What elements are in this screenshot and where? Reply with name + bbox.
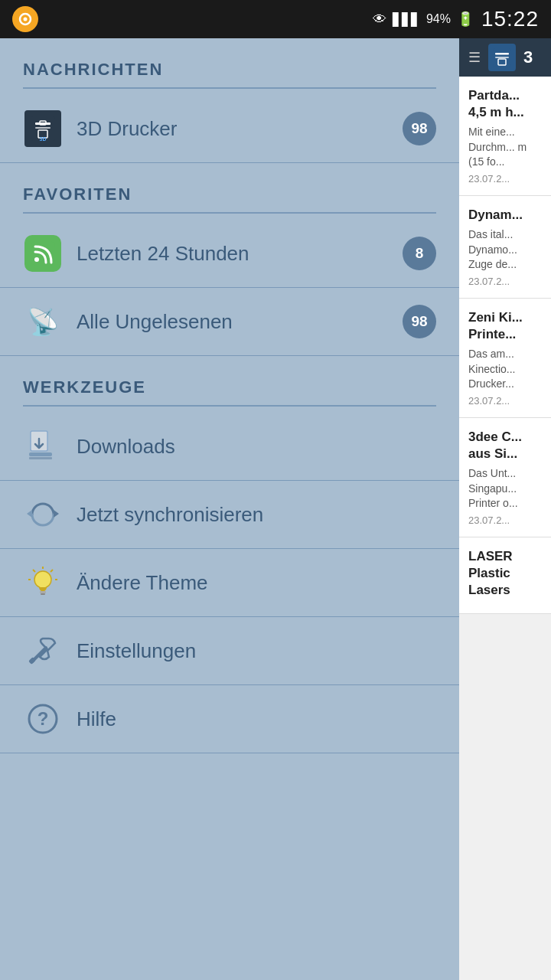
status-bar-left xyxy=(12,6,38,32)
svg-rect-11 xyxy=(29,452,52,456)
eye-icon: 👁 xyxy=(373,11,386,28)
sidebar-item-downloads[interactable]: Downloads xyxy=(0,413,459,481)
news-title-5: LASER PlasticLasers xyxy=(468,548,542,599)
news-excerpt-3: Das am... Kinectio... Drucker... xyxy=(468,347,542,392)
svg-rect-12 xyxy=(29,457,52,459)
rph-title: 3 xyxy=(523,47,533,67)
download-icon xyxy=(23,426,63,466)
right-panel-header: ☰ 3 xyxy=(459,38,551,77)
right-panel: ☰ 3 Partda...4,5 m h... Mit eine... Durc… xyxy=(459,38,551,980)
favoriten-divider xyxy=(23,212,436,214)
sidebar-item-3d-drucker[interactable]: 3D 3D Drucker 98 xyxy=(0,95,459,163)
3d-printer-icon: 3D xyxy=(23,109,63,149)
svg-rect-17 xyxy=(41,593,45,595)
battery-icon: 🔋 xyxy=(457,11,474,28)
news-date-2: 23.07.2... xyxy=(468,276,542,287)
status-time: 15:22 xyxy=(481,7,539,31)
sidebar-item-andere-theme[interactable]: Ändere Theme xyxy=(0,549,459,617)
alle-ungelesenen-label: Alle Ungelesenen xyxy=(77,310,403,334)
svg-rect-29 xyxy=(495,57,509,58)
news-list: Partda...4,5 m h... Mit eine... Durchm..… xyxy=(459,77,551,614)
einstellungen-label: Einstellungen xyxy=(77,639,436,663)
svg-text:?: ? xyxy=(37,708,49,729)
svg-point-9 xyxy=(34,257,39,262)
news-date-3: 23.07.2... xyxy=(468,395,542,407)
svg-marker-14 xyxy=(27,510,32,518)
sidebar: NACHRICHTEN 3D 3D Drucker 98 xyxy=(0,38,459,980)
news-item-4[interactable]: 3dee C...aus Si... Das Unt... Singapu...… xyxy=(459,418,551,537)
status-icons: 👁 ▋▋▋ 94% 🔋 xyxy=(373,11,474,28)
section-nachrichten: NACHRICHTEN xyxy=(0,38,459,87)
signal-icon: ▋▋▋ xyxy=(393,12,420,27)
alle-ungelesenen-badge: 98 xyxy=(403,305,436,338)
svg-marker-13 xyxy=(54,510,59,518)
status-bar: 👁 ▋▋▋ 94% 🔋 15:22 xyxy=(0,0,551,38)
werkzeuge-divider xyxy=(23,405,436,407)
sidebar-item-jetzt-synchronisieren[interactable]: Jetzt synchronisieren xyxy=(0,481,459,549)
wrench-icon xyxy=(23,631,63,671)
jetzt-synchronisieren-label: Jetzt synchronisieren xyxy=(77,503,436,527)
news-title-1: Partda...4,5 m h... xyxy=(468,87,542,121)
news-item-1[interactable]: Partda...4,5 m h... Mit eine... Durchm..… xyxy=(459,77,551,196)
sidebar-item-einstellungen[interactable]: Einstellungen xyxy=(0,617,459,685)
help-icon: ? xyxy=(23,699,63,739)
sidebar-item-alle-ungelesenen[interactable]: 📡 Alle Ungelesenen 98 xyxy=(0,288,459,356)
news-excerpt-2: Das ital... Dynamo... Zuge de... xyxy=(468,227,542,273)
letzten-24-badge: 8 xyxy=(403,237,436,270)
hilfe-label: Hilfe xyxy=(77,707,436,731)
menu-icon-rph: ☰ xyxy=(468,49,481,66)
section-favoriten: FAVORITEN xyxy=(0,163,459,212)
news-item-3[interactable]: Zeni Ki...Printe... Das am... Kinectio..… xyxy=(459,299,551,418)
svg-rect-28 xyxy=(495,53,509,55)
svg-text:3D: 3D xyxy=(40,136,47,142)
status-bar-right: 👁 ▋▋▋ 94% 🔋 15:22 xyxy=(373,7,539,31)
news-excerpt-4: Das Unt... Singapu... Printer o... xyxy=(468,466,542,511)
wifi-icon: 📡 xyxy=(23,302,63,341)
3d-drucker-badge: 98 xyxy=(403,112,436,145)
andere-theme-label: Ändere Theme xyxy=(77,571,436,595)
section-werkzeuge: WERKZEUGE xyxy=(0,356,459,405)
nachrichten-divider xyxy=(23,87,436,89)
3d-drucker-label: 3D Drucker xyxy=(77,117,403,141)
news-title-3: Zeni Ki...Printe... xyxy=(468,309,542,343)
sidebar-item-letzten-24[interactable]: Letzten 24 Stunden 8 xyxy=(0,220,459,288)
app-icon xyxy=(12,6,38,32)
news-item-2[interactable]: Dynam... Das ital... Dynamo... Zuge de..… xyxy=(459,196,551,299)
svg-rect-16 xyxy=(40,591,46,593)
news-date-1: 23.07.2... xyxy=(468,173,542,185)
main-container: NACHRICHTEN 3D 3D Drucker 98 xyxy=(0,38,551,980)
news-title-4: 3dee C...aus Si... xyxy=(468,429,542,462)
news-date-4: 23.07.2... xyxy=(468,514,542,526)
downloads-label: Downloads xyxy=(77,435,436,459)
svg-point-1 xyxy=(24,18,28,21)
svg-point-15 xyxy=(34,571,51,588)
svg-line-19 xyxy=(51,570,53,572)
letzten-24-label: Letzten 24 Stunden xyxy=(77,242,403,266)
news-item-5[interactable]: LASER PlasticLasers xyxy=(459,537,551,614)
rss-icon xyxy=(23,234,63,273)
battery-text: 94% xyxy=(426,12,451,26)
sidebar-item-hilfe[interactable]: ? Hilfe xyxy=(0,685,459,753)
bulb-icon xyxy=(23,563,63,603)
sync-icon xyxy=(23,495,63,534)
news-title-2: Dynam... xyxy=(468,207,542,224)
rph-3d-icon xyxy=(488,44,516,71)
news-excerpt-1: Mit eine... Durchm... m (15 fo... xyxy=(468,125,542,170)
svg-rect-4 xyxy=(35,127,51,129)
svg-line-21 xyxy=(33,570,35,572)
